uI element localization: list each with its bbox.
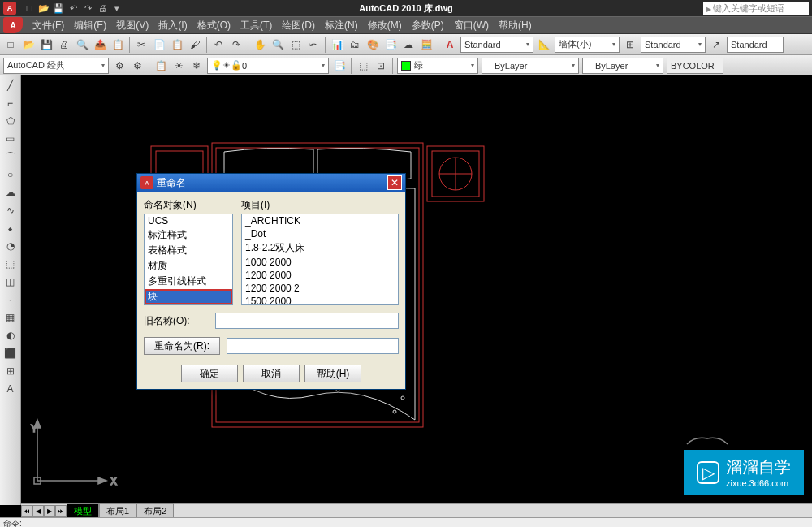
insert-block-icon[interactable]: ⬚ <box>2 256 19 272</box>
polyline-icon[interactable]: ⌐ <box>2 95 19 111</box>
linetype-dropdown[interactable]: — ByLayer▾ <box>482 58 579 74</box>
zoom-realtime-icon[interactable]: 🔍 <box>270 37 286 53</box>
layer-dropdown[interactable]: 💡☀🔓 0▾ <box>207 58 329 74</box>
sheet-icon[interactable]: 📑 <box>382 37 399 53</box>
ok-button[interactable]: 确定 <box>181 365 238 382</box>
new-file-icon[interactable]: □ <box>2 37 19 53</box>
menu-edit[interactable]: 编辑(E) <box>69 17 111 34</box>
tab-first-icon[interactable]: ⏮ <box>21 505 32 517</box>
region-icon[interactable]: ⬛ <box>2 345 19 361</box>
tab-last-icon[interactable]: ⏭ <box>55 505 67 517</box>
menu-format[interactable]: 格式(O) <box>192 17 235 34</box>
plotstyle-dropdown[interactable]: BYCOLOR <box>667 58 723 74</box>
tool-palette-icon[interactable]: 🎨 <box>365 37 381 53</box>
text-style-dropdown[interactable]: Standard▾ <box>460 37 533 53</box>
lineweight-dropdown[interactable]: — ByLayer▾ <box>582 58 663 74</box>
qat-dropdown-icon[interactable]: ▾ <box>110 2 123 15</box>
mtext-icon[interactable]: A <box>2 381 19 397</box>
table-icon[interactable]: ⊞ <box>2 363 19 379</box>
rename-to-button[interactable]: 重命名为(R): <box>144 337 220 355</box>
markup-icon[interactable]: ☁ <box>400 37 417 53</box>
workspace-settings-icon[interactable]: ⚙ <box>111 58 127 74</box>
calc-icon[interactable]: 🧮 <box>418 37 434 53</box>
tab-layout2[interactable]: 布局2 <box>136 503 174 519</box>
design-center-icon[interactable]: 🗂 <box>347 37 363 53</box>
properties-icon[interactable]: 📊 <box>329 37 345 53</box>
redo-icon[interactable]: ↷ <box>81 2 94 15</box>
list-item[interactable]: 材质 <box>145 258 232 274</box>
list-item[interactable]: _Dot <box>242 227 398 240</box>
circle-icon[interactable]: ○ <box>2 166 19 183</box>
save-icon[interactable]: 💾 <box>52 2 65 15</box>
list-item[interactable]: 表格样式 <box>145 243 232 258</box>
new-icon[interactable]: □ <box>23 2 36 15</box>
menu-params[interactable]: 参数(P) <box>407 17 449 34</box>
copy-icon[interactable]: 📄 <box>151 37 167 53</box>
named-objects-listbox[interactable]: UCS 标注样式 表格样式 材质 多重引线样式 块 视口 视图 图层 文字样式 … <box>144 214 233 305</box>
workspace-dropdown[interactable]: AutoCAD 经典▾ <box>3 58 109 74</box>
list-item[interactable]: 1000 2000 <box>242 256 398 269</box>
workspace-gear-icon[interactable]: ⚙ <box>129 58 145 74</box>
app-menu-icon[interactable]: A <box>3 17 23 33</box>
layer-sun-icon[interactable]: ☀ <box>171 58 187 74</box>
tab-model[interactable]: 模型 <box>67 503 99 519</box>
spline-icon[interactable]: ∿ <box>2 202 19 218</box>
tab-prev-icon[interactable]: ◀ <box>32 505 44 517</box>
dialog-close-button[interactable]: ✕ <box>387 175 402 190</box>
print-icon[interactable]: 🖨 <box>56 37 72 53</box>
gradient-icon[interactable]: ◐ <box>2 327 19 343</box>
table-style-dropdown[interactable]: Standard▾ <box>641 37 706 53</box>
list-item[interactable]: 1500 2000 <box>242 295 398 305</box>
menu-insert[interactable]: 插入(I) <box>153 17 192 34</box>
menu-draw[interactable]: 绘图(D) <box>277 17 320 34</box>
rectangle-icon[interactable]: ▭ <box>2 131 19 147</box>
menu-help[interactable]: 帮助(H) <box>494 17 537 34</box>
dialog-titlebar[interactable]: A 重命名 ✕ <box>137 174 405 192</box>
menu-view[interactable]: 视图(V) <box>111 17 153 34</box>
redo-icon[interactable]: ↷ <box>228 37 244 53</box>
layer-iso-icon[interactable]: ⬚ <box>355 58 371 74</box>
items-listbox[interactable]: _ARCHTICK _Dot 1.8-2.2双人床 1000 2000 1200… <box>241 214 399 305</box>
old-name-input[interactable] <box>215 313 399 329</box>
print-preview-icon[interactable]: 🔍 <box>74 37 90 53</box>
ellipse-arc-icon[interactable]: ◔ <box>2 238 19 254</box>
search-box[interactable]: 键入关键字或短语 <box>703 2 809 15</box>
line-icon[interactable]: ╱ <box>2 77 19 93</box>
tab-layout1[interactable]: 布局1 <box>99 503 136 519</box>
list-item[interactable]: _ARCHTICK <box>242 214 398 227</box>
list-item[interactable]: 标注样式 <box>145 227 232 243</box>
match-icon[interactable]: 🖌 <box>187 37 203 53</box>
mleader-style-dropdown[interactable]: Standard <box>727 37 784 53</box>
layer-uniso-icon[interactable]: ⊡ <box>373 58 389 74</box>
tab-next-icon[interactable]: ▶ <box>44 505 55 517</box>
list-item-selected[interactable]: 块 <box>145 289 232 305</box>
save-file-icon[interactable]: 💾 <box>38 37 54 53</box>
revision-cloud-icon[interactable]: ☁ <box>2 184 19 201</box>
menu-modify[interactable]: 修改(M) <box>363 17 407 34</box>
text-a-icon[interactable]: A <box>442 37 458 53</box>
table-style-icon[interactable]: ⊞ <box>622 37 638 53</box>
list-item[interactable]: 1200 2000 2 <box>242 282 398 295</box>
dim-style-dropdown[interactable]: 墙体(小)▾ <box>555 37 620 53</box>
layer-freeze-icon[interactable]: ❄ <box>188 58 205 74</box>
list-item[interactable]: UCS <box>145 214 232 227</box>
pan-icon[interactable]: ✋ <box>252 37 268 53</box>
color-dropdown[interactable]: 绿▾ <box>397 58 478 74</box>
paste-icon[interactable]: 📋 <box>169 37 185 53</box>
list-item[interactable]: 多重引线样式 <box>145 274 232 289</box>
zoom-window-icon[interactable]: ⬚ <box>287 37 304 53</box>
undo-icon[interactable]: ↶ <box>67 2 80 15</box>
layer-props-icon[interactable]: 📋 <box>153 58 169 74</box>
make-block-icon[interactable]: ◫ <box>2 274 19 290</box>
menu-dimension[interactable]: 标注(N) <box>320 17 363 34</box>
help-button[interactable]: 帮助(H) <box>304 365 361 382</box>
ellipse-icon[interactable]: ⬥ <box>2 220 19 236</box>
zoom-previous-icon[interactable]: ⤺ <box>305 37 322 53</box>
menu-window[interactable]: 窗口(W) <box>449 17 494 34</box>
print-icon[interactable]: 🖨 <box>96 2 109 15</box>
polygon-icon[interactable]: ⬠ <box>2 113 19 129</box>
arc-icon[interactable]: ⌒ <box>2 149 19 165</box>
menu-tools[interactable]: 工具(T) <box>235 17 277 34</box>
point-icon[interactable]: · <box>2 292 19 308</box>
dim-style-icon[interactable]: 📐 <box>536 37 552 53</box>
